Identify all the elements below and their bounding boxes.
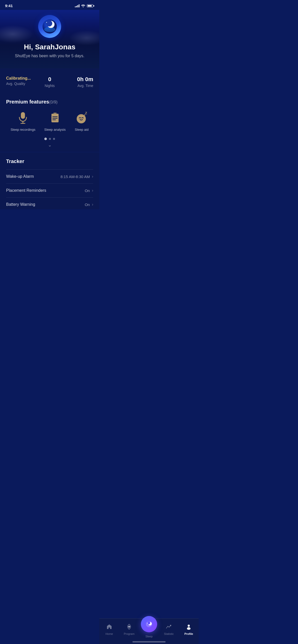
- dot-1: [44, 138, 47, 140]
- status-icons: [75, 4, 94, 7]
- tracker-section: Tracker Wake-up Alarm 8:15 AM-8:30 AM › …: [0, 152, 99, 209]
- feature-sleep-analysis-label: Sleep analysis: [44, 128, 66, 131]
- avgtime-label: Avg. Time: [64, 84, 93, 88]
- microphone-icon: [16, 111, 30, 125]
- placement-reminders-value: On ›: [85, 188, 93, 193]
- feature-sleep-aid-label: Sleep aid: [75, 128, 88, 131]
- wifi-icon: [81, 4, 85, 7]
- stat-avgtime: 0h 0m Avg. Time: [64, 76, 93, 88]
- dot-3: [53, 138, 55, 140]
- carousel-dots: [6, 136, 93, 141]
- status-bar: 9:41: [0, 0, 99, 10]
- feature-sleep-recordings-label: Sleep recordings: [10, 128, 35, 131]
- sleep-face-icon: z Z: [75, 111, 89, 125]
- nights-value: 0: [35, 76, 64, 83]
- svg-point-3: [46, 20, 52, 26]
- quality-label: Avg. Quality: [6, 82, 35, 86]
- tracker-battery-warning-partial: Battery Warning On ›: [6, 197, 93, 209]
- wakeup-alarm-label: Wake-up Alarm: [6, 174, 34, 179]
- nights-label: Nights: [35, 84, 64, 88]
- svg-rect-12: [53, 113, 57, 114]
- dot-2: [49, 138, 51, 140]
- battery-warning-label: Battery Warning: [6, 202, 35, 207]
- clipboard-icon: [48, 111, 62, 125]
- tracker-battery-warning[interactable]: Battery Warning On ›: [6, 202, 93, 209]
- features-row: Sleep recordings Sleep analysis: [6, 111, 93, 136]
- placement-chevron-icon: ›: [92, 188, 93, 193]
- moon-logo-icon: [42, 19, 57, 34]
- svg-rect-6: [21, 112, 25, 119]
- tracker-placement-reminders[interactable]: Placement Reminders On ›: [6, 183, 93, 197]
- svg-point-4: [46, 22, 47, 23]
- hero-section: Hi, SarahJonas ShutEye has been with you…: [0, 10, 99, 68]
- stat-quality: Calibrating... Avg. Quality: [6, 76, 35, 86]
- wakeup-alarm-value: 8:15 AM-8:30 AM ›: [61, 174, 93, 179]
- battery-icon: [87, 4, 94, 7]
- stats-section: Calibrating... Avg. Quality 0 Nights 0h …: [0, 68, 99, 93]
- battery-warning-value: On ›: [85, 202, 93, 207]
- svg-text:Z: Z: [85, 112, 87, 115]
- feature-sleep-analysis[interactable]: Sleep analysis: [44, 111, 66, 131]
- stats-row: Calibrating... Avg. Quality 0 Nights 0h …: [6, 76, 93, 88]
- svg-point-5: [54, 24, 55, 24]
- placement-reminders-label: Placement Reminders: [6, 188, 46, 193]
- quality-value: Calibrating...: [6, 76, 35, 81]
- battery-warning-chevron-icon: ›: [92, 202, 93, 207]
- feature-sleep-aid[interactable]: z Z Sleep aid: [75, 111, 89, 131]
- wakeup-chevron-icon: ›: [92, 174, 93, 179]
- expand-chevron[interactable]: ⌄: [6, 141, 93, 152]
- tracker-wakeup-alarm[interactable]: Wake-up Alarm 8:15 AM-8:30 AM ›: [6, 169, 93, 183]
- cloud-left: [0, 25, 33, 43]
- avgtime-value: 0h 0m: [64, 76, 93, 83]
- signal-icon: [75, 4, 79, 7]
- feature-sleep-recordings[interactable]: Sleep recordings: [10, 111, 35, 131]
- premium-title: Premium features(0/9): [6, 99, 93, 105]
- tracker-title: Tracker: [6, 158, 93, 164]
- stat-nights: 0 Nights: [35, 76, 64, 88]
- subtitle-text: ShutEye has been with you for 5 days.: [0, 54, 99, 58]
- app-logo: [38, 15, 61, 38]
- premium-section: Premium features(0/9) Sleep recordings: [0, 93, 99, 152]
- status-time: 9:41: [5, 4, 13, 8]
